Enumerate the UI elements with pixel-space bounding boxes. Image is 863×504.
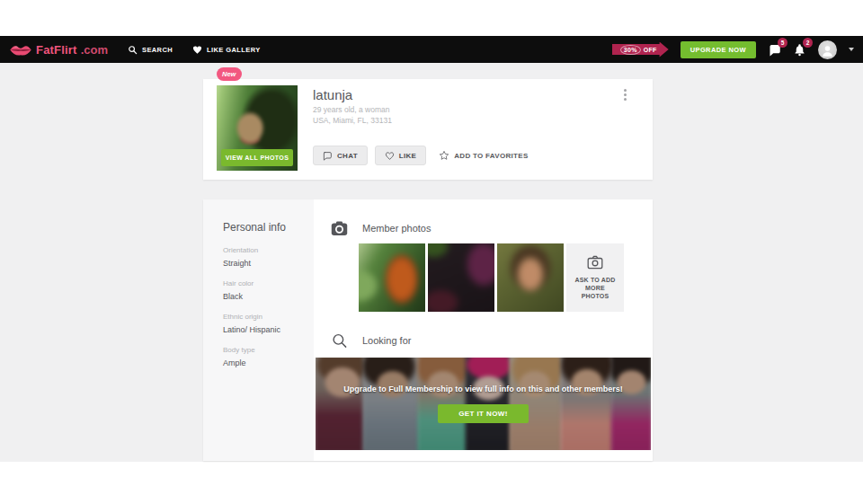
info-value: Latino/ Hispanic	[223, 325, 305, 334]
notifications-count-badge: 2	[803, 38, 813, 48]
profile-details-card: Personal info Orientation Straight Hair …	[203, 199, 653, 461]
info-label: Orientation	[223, 246, 305, 254]
favorites-link-label: ADD TO FAVORITES	[454, 152, 528, 160]
ask-add-more-photos-button[interactable]: ASK TO ADD MORE PHOTOS	[566, 243, 624, 312]
logo-name: FatFlirt	[36, 43, 77, 57]
profile-actions: CHAT LIKE ADD TO FAVORITES	[313, 146, 529, 165]
upgrade-now-button[interactable]: UPGRADE NOW	[681, 41, 756, 58]
discount-badge[interactable]: 30% OFF	[612, 42, 669, 57]
search-icon	[128, 45, 138, 55]
personal-info-title: Personal info	[223, 221, 305, 234]
info-field-body-type: Body type Ample	[223, 346, 305, 367]
upgrade-banner[interactable]: Upgrade to Full Membership to view full …	[316, 358, 651, 450]
profile-name: latunja	[313, 87, 352, 102]
blurred-photo-image	[359, 243, 425, 312]
looking-for-title: Looking for	[362, 335, 411, 346]
add-to-favorites-link[interactable]: ADD TO FAVORITES	[439, 150, 528, 161]
member-photo-blurred[interactable]	[497, 243, 564, 312]
logo-tld: .com	[81, 43, 108, 57]
page-body: New VIEW ALL PHOTOS latunja 29 years old…	[0, 63, 863, 462]
blurred-photo-image	[497, 243, 564, 312]
like-button-label: LIKE	[399, 152, 416, 160]
info-field-hair-color: Hair color Black	[223, 279, 305, 301]
looking-for-heading: Looking for	[331, 332, 411, 349]
banner-message: Upgrade to Full Membership to view full …	[316, 385, 651, 393]
top-navigation-bar: FatFlirt.com SEARCH LIKE GALLERY 30% OFF…	[0, 36, 863, 63]
member-photo-blurred[interactable]	[428, 243, 494, 312]
profile-summary-card: New VIEW ALL PHOTOS latunja 29 years old…	[203, 79, 653, 180]
page: FatFlirt.com SEARCH LIKE GALLERY 30% OFF…	[0, 0, 863, 504]
notifications-button[interactable]: 2	[793, 43, 806, 57]
account-menu-caret-icon[interactable]	[849, 48, 854, 51]
member-photos-title: Member photos	[362, 223, 431, 234]
site-logo[interactable]: FatFlirt.com	[9, 42, 108, 57]
heart-outline-icon	[385, 151, 395, 161]
profile-photo[interactable]: VIEW ALL PHOTOS	[217, 85, 298, 171]
profile-age-line: 29 years old, a woman	[313, 105, 390, 114]
profile-options-menu-icon[interactable]	[619, 89, 630, 103]
view-all-photos-button[interactable]: VIEW ALL PHOTOS	[221, 149, 293, 166]
chat-bubble-outline-icon	[323, 151, 333, 161]
info-label: Body type	[223, 346, 305, 354]
heart-icon	[192, 45, 202, 55]
discount-suffix: OFF	[644, 47, 657, 53]
chat-button[interactable]: CHAT	[313, 146, 368, 165]
info-value: Straight	[223, 259, 305, 268]
member-photos-heading: Member photos	[331, 220, 431, 236]
info-label: Ethnic origin	[223, 313, 305, 321]
blurred-photo-image	[428, 243, 494, 312]
member-photo-blurred[interactable]	[359, 243, 425, 312]
star-outline-icon	[439, 150, 449, 161]
info-value: Black	[223, 292, 305, 301]
camera-outline-icon	[587, 255, 603, 270]
ask-add-more-photos-label: ASK TO ADD MORE PHOTOS	[571, 276, 619, 300]
lips-icon	[9, 42, 32, 57]
nav-search[interactable]: SEARCH	[128, 45, 173, 55]
profile-location-line: USA, Miami, FL, 33131	[313, 116, 392, 125]
member-photos-row: ASK TO ADD MORE PHOTOS	[359, 243, 624, 312]
nav-like-gallery-label: LIKE GALLERY	[207, 46, 261, 54]
info-field-orientation: Orientation Straight	[223, 246, 305, 268]
person-silhouette-icon	[821, 44, 834, 57]
get-it-now-button[interactable]: GET IT NOW!	[438, 404, 529, 423]
personal-info-sidebar: Personal info Orientation Straight Hair …	[203, 199, 314, 461]
magnifier-outline-icon	[331, 332, 348, 349]
like-button[interactable]: LIKE	[375, 146, 426, 165]
topbar-right-cluster: 30% OFF UPGRADE NOW 5 2	[612, 40, 854, 59]
camera-filled-icon	[331, 220, 348, 236]
user-avatar[interactable]	[818, 40, 837, 59]
info-label: Hair color	[223, 279, 305, 287]
new-member-badge: New	[217, 67, 242, 81]
info-value: Ample	[223, 358, 305, 367]
messages-button[interactable]: 5	[768, 43, 781, 57]
info-field-ethnic-origin: Ethnic origin Latino/ Hispanic	[223, 313, 305, 334]
chat-button-label: CHAT	[337, 152, 358, 160]
messages-count-badge: 5	[778, 38, 787, 48]
profile-details-main: Member photos ASK TO ADD MORE PHOTOS	[314, 199, 653, 461]
nav-like-gallery[interactable]: LIKE GALLERY	[192, 45, 261, 55]
discount-value: 30%	[620, 45, 641, 55]
nav-search-label: SEARCH	[142, 46, 173, 54]
